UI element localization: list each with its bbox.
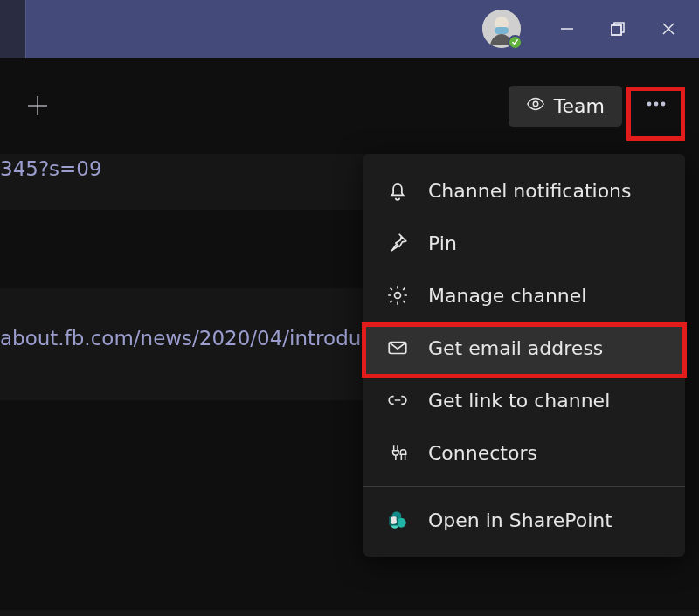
menu-item-label: Get link to channel — [428, 390, 610, 412]
menu-item-manage[interactable]: Manage channel — [363, 269, 685, 322]
mail-icon — [386, 336, 409, 359]
menu-item-label: Pin — [428, 232, 457, 254]
message-strip — [0, 610, 699, 616]
menu-item-label: Manage channel — [428, 285, 586, 307]
more-icon — [644, 92, 668, 120]
menu-divider — [363, 486, 685, 487]
svg-rect-5 — [612, 25, 621, 35]
maximize-button[interactable] — [592, 0, 643, 58]
titlebar-tab — [0, 0, 26, 58]
bell-icon — [386, 179, 409, 202]
svg-point-12 — [647, 102, 652, 107]
add-tab-button[interactable] — [17, 86, 58, 126]
menu-item-label: Channel notifications — [428, 180, 632, 202]
menu-item-label: Connectors — [428, 442, 537, 464]
channel-options-menu: Channel notifications Pin Manage channel… — [363, 154, 685, 557]
eye-icon — [526, 94, 545, 118]
menu-item-link[interactable]: Get link to channel — [363, 374, 685, 426]
sharepoint-icon: S — [386, 509, 409, 531]
svg-point-15 — [395, 293, 401, 299]
message-strip: 345?s=09 — [0, 154, 367, 210]
menu-item-connectors[interactable]: Connectors — [363, 426, 685, 479]
menu-item-pin[interactable]: Pin — [363, 217, 685, 269]
svg-point-13 — [654, 102, 659, 107]
menu-item-label: Get email address — [428, 337, 603, 359]
menu-item-email[interactable]: Get email address — [363, 322, 685, 374]
toolbar: Team — [0, 58, 699, 154]
svg-text:S: S — [391, 516, 397, 525]
message-strip: about.fb.com/news/2020/04/introduc — [0, 288, 367, 400]
avatar[interactable] — [482, 10, 521, 48]
svg-point-11 — [533, 101, 538, 107]
menu-item-sharepoint[interactable]: S Open in SharePoint — [363, 494, 685, 546]
more-options-button[interactable] — [634, 84, 678, 128]
link-icon — [386, 389, 409, 412]
gear-icon — [386, 284, 409, 307]
minimize-button[interactable] — [542, 0, 592, 58]
menu-item-notifications[interactable]: Channel notifications — [363, 164, 685, 217]
svg-rect-2 — [495, 27, 509, 34]
titlebar — [0, 0, 699, 58]
svg-point-14 — [661, 102, 666, 107]
link-fragment[interactable]: about.fb.com/news/2020/04/introduc — [0, 327, 372, 350]
menu-item-label: Open in SharePoint — [428, 509, 612, 531]
presence-badge — [508, 35, 523, 50]
plug-icon — [386, 441, 409, 464]
close-button[interactable] — [643, 0, 694, 58]
link-fragment[interactable]: 345?s=09 — [0, 157, 102, 180]
team-button[interactable]: Team — [509, 86, 622, 127]
team-button-label: Team — [554, 95, 605, 117]
pin-icon — [386, 232, 409, 254]
